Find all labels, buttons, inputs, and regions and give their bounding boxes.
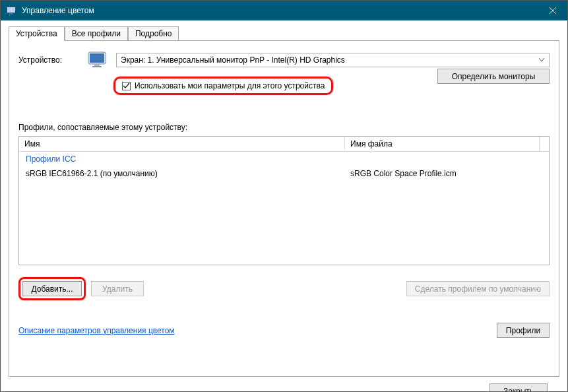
profiles-button[interactable]: Профили (497, 323, 550, 338)
tab-all-profiles[interactable]: Все профили (65, 26, 128, 41)
profiles-group-label: Профили ICC (19, 152, 549, 166)
remove-button: Удалить (91, 281, 144, 296)
column-header-file[interactable]: Имя файла (345, 137, 540, 151)
tab-advanced[interactable]: Подробно (128, 26, 179, 41)
device-dropdown[interactable]: Экран: 1. Универсальный монитор PnP - In… (116, 53, 550, 67)
list-item[interactable]: sRGB IEC61966-2.1 (по умолчанию) sRGB Co… (19, 166, 549, 181)
tab-devices[interactable]: Устройства (9, 26, 65, 41)
profiles-list[interactable]: Имя Имя файла Профили ICC sRGB IEC61966-… (18, 136, 550, 265)
use-my-settings-checkbox[interactable] (122, 82, 131, 90)
annotation-highlight-checkbox: Использовать мои параметры для этого уст… (113, 77, 333, 95)
chevron-down-icon (538, 58, 545, 62)
tabstrip: Устройства Все профили Подробно (9, 26, 559, 40)
svg-rect-2 (9, 13, 13, 15)
app-icon (6, 5, 16, 16)
close-button[interactable]: Закрыть (489, 383, 548, 392)
monitor-icon (87, 50, 107, 70)
column-header-spacer (540, 137, 549, 151)
svg-rect-1 (7, 7, 15, 13)
help-link[interactable]: Описание параметров управления цветом (18, 326, 175, 335)
device-label: Устройство: (18, 55, 78, 65)
annotation-highlight-add: Добавить... (18, 277, 86, 300)
device-dropdown-value: Экран: 1. Универсальный монитор PnP - In… (121, 55, 538, 65)
svg-rect-6 (90, 53, 104, 63)
add-button[interactable]: Добавить... (22, 281, 82, 296)
column-header-name[interactable]: Имя (19, 137, 345, 151)
svg-rect-8 (92, 66, 102, 67)
profiles-heading: Профили, сопоставляемые этому устройству… (18, 123, 550, 132)
titlebar: Управление цветом (1, 1, 567, 20)
window-close-button[interactable] (538, 1, 567, 20)
profiles-list-header: Имя Имя файла (19, 137, 549, 152)
profile-file-cell: sRGB Color Space Profile.icm (345, 168, 549, 180)
use-my-settings-label: Использовать мои параметры для этого уст… (135, 81, 325, 90)
devices-panel: Устройство: Экран: 1. Универсальный мони… (9, 40, 559, 377)
set-default-profile-button: Сделать профилем по умолчанию (406, 281, 550, 296)
window-title: Управление цветом (22, 6, 538, 15)
profile-name-cell: sRGB IEC61966-2.1 (по умолчанию) (19, 168, 345, 180)
svg-rect-7 (94, 64, 100, 66)
identify-monitors-button[interactable]: Определить мониторы (437, 69, 550, 84)
